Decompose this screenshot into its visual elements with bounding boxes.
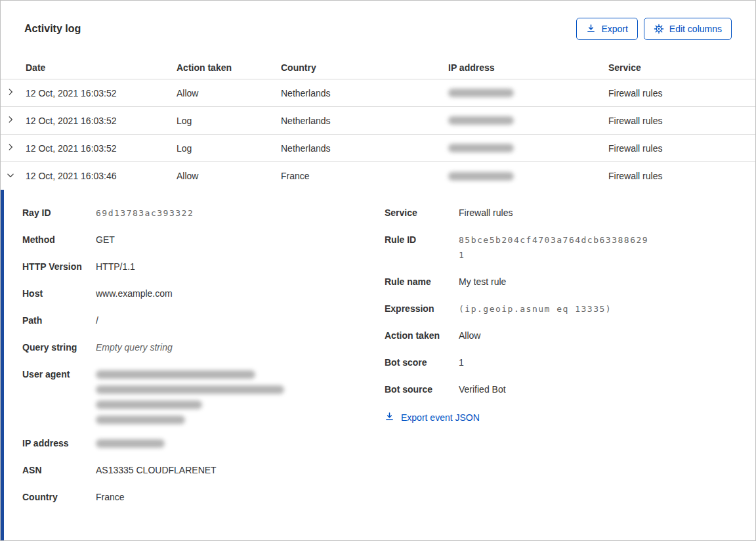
redacted-user-agent-line (96, 385, 284, 394)
cell-date: 12 Oct, 2021 16:03:52 (26, 88, 177, 98)
cell-country: Netherlands (281, 143, 448, 154)
field-label: Bot source (385, 382, 459, 397)
detail-field-host: Host www.example.com (22, 286, 385, 301)
expand-row-button[interactable] (1, 87, 26, 98)
redacted-ip (448, 116, 514, 125)
page-title: Activity log (24, 23, 81, 35)
field-label: ASN (22, 463, 96, 478)
detail-field-user-agent: User agent (22, 367, 385, 424)
chevron-right-icon[interactable] (6, 87, 15, 98)
column-header-country: Country (281, 62, 448, 73)
field-label: Ray ID (22, 206, 96, 221)
field-label: Method (22, 232, 96, 248)
field-value: Empty query string (96, 340, 173, 355)
chevron-right-icon[interactable] (6, 115, 15, 126)
detail-field-expression: Expression (ip.geoip.asnum eq 13335) (385, 301, 755, 316)
field-value-redacted (96, 367, 284, 424)
edit-columns-button-label: Edit columns (669, 24, 722, 34)
edit-columns-button[interactable]: Edit columns (644, 18, 732, 40)
cell-country: Netherlands (281, 116, 448, 126)
detail-field-path: Path / (22, 313, 385, 328)
download-icon (385, 412, 394, 423)
event-detail-left-column: Ray ID 69d13783ac393322 Method GET HTTP … (22, 206, 385, 540)
cell-service: Firewall rules (608, 116, 755, 126)
redacted-ip (448, 144, 514, 152)
cell-ip-address (448, 144, 608, 152)
field-label: Query string (22, 340, 96, 355)
field-label: Country (22, 490, 96, 505)
field-label: Expression (385, 301, 459, 316)
field-value: HTTP/1.1 (96, 259, 135, 274)
event-detail-right-column: Service Firewall rules Rule ID 85bce5b20… (385, 206, 755, 540)
export-event-json-link[interactable]: Export event JSON (385, 412, 480, 423)
collapse-row-button[interactable] (1, 171, 26, 182)
redacted-user-agent-line (96, 400, 202, 409)
detail-field-method: Method GET (22, 232, 385, 248)
field-label: Rule ID (385, 232, 459, 263)
export-button-label: Export (601, 24, 627, 34)
field-label: IP address (22, 436, 96, 451)
detail-field-http-version: HTTP Version HTTP/1.1 (22, 259, 385, 274)
cell-action-taken: Log (177, 116, 281, 126)
detail-field-ip-address: IP address (22, 436, 385, 451)
chevron-down-icon[interactable] (6, 171, 15, 182)
field-label: User agent (22, 367, 96, 424)
column-header-service: Service (608, 62, 755, 73)
redacted-ip (96, 439, 165, 448)
field-value: www.example.com (96, 286, 173, 301)
cell-action-taken: Log (177, 143, 281, 154)
field-value: GET (96, 232, 115, 248)
field-value: 1 (459, 355, 464, 370)
table-row[interactable]: 12 Oct, 2021 16:03:52 Allow Netherlands … (1, 79, 755, 107)
column-header-action-taken: Action taken (177, 62, 281, 73)
export-event-json-label: Export event JSON (401, 412, 480, 423)
cell-action-taken: Allow (177, 88, 281, 98)
export-button[interactable]: Export (576, 18, 637, 40)
field-label: Rule name (385, 274, 459, 290)
detail-field-country: Country France (22, 490, 385, 505)
chevron-right-icon[interactable] (6, 142, 15, 154)
cell-service: Firewall rules (608, 88, 755, 98)
table-row[interactable]: 12 Oct, 2021 16:03:52 Log Netherlands Fi… (1, 107, 755, 135)
detail-field-query-string: Query string Empty query string (22, 340, 385, 355)
cell-country: Netherlands (281, 88, 448, 98)
detail-field-asn: ASN AS13335 CLOUDFLARENET (22, 463, 385, 478)
activity-log-header: Activity log Export Edit c (1, 1, 755, 56)
table-row[interactable]: 12 Oct, 2021 16:03:52 Log Netherlands Fi… (1, 135, 755, 162)
cell-ip-address (448, 116, 608, 125)
field-label: Path (22, 313, 96, 328)
cell-ip-address (448, 89, 608, 97)
redacted-ip (448, 172, 514, 181)
event-detail-panel: Ray ID 69d13783ac393322 Method GET HTTP … (1, 190, 755, 540)
field-value-redacted (96, 436, 165, 451)
field-value: Allow (459, 328, 480, 343)
redacted-user-agent-line (96, 370, 255, 379)
cell-service: Firewall rules (608, 171, 755, 181)
detail-field-rule-name: Rule name My test rule (385, 274, 755, 290)
expand-row-button[interactable] (1, 115, 26, 126)
cell-action-taken: Allow (177, 171, 281, 181)
field-label: Host (22, 286, 96, 301)
field-value: 85bce5b204cf4703a764dcb633886291 (459, 232, 650, 263)
table-row[interactable]: 12 Oct, 2021 16:03:46 Allow France Firew… (1, 162, 755, 190)
redacted-ip (448, 89, 514, 97)
toolbar: Export Edit columns (576, 18, 732, 40)
detail-field-service: Service Firewall rules (385, 206, 755, 221)
field-label: Action taken (385, 328, 459, 343)
detail-field-action-taken: Action taken Allow (385, 328, 755, 343)
cell-ip-address (448, 172, 608, 181)
field-value: AS13335 CLOUDFLARENET (96, 463, 217, 478)
cell-country: France (281, 171, 448, 181)
redacted-user-agent-line (96, 416, 185, 424)
field-value: Verified Bot (459, 382, 506, 397)
field-label: Service (385, 206, 459, 221)
field-value: / (96, 313, 98, 328)
field-value: (ip.geoip.asnum eq 13335) (459, 301, 612, 316)
detail-field-ray-id: Ray ID 69d13783ac393322 (22, 206, 385, 221)
gear-icon (654, 24, 664, 34)
download-icon (586, 24, 596, 33)
expand-row-button[interactable] (1, 142, 26, 154)
field-label: Bot score (385, 355, 459, 370)
detail-field-bot-score: Bot score 1 (385, 355, 755, 370)
table-header-row: Date Action taken Country IP address Ser… (1, 56, 755, 79)
